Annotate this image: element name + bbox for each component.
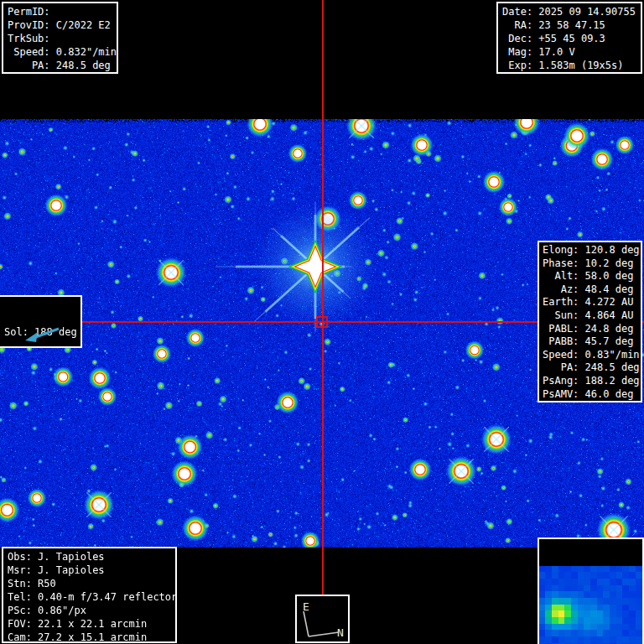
- info-line: Speed: 0.83"/min: [543, 349, 637, 362]
- info-line: PermID:: [8, 5, 112, 18]
- info-line: PSc: 0.86"/px: [8, 604, 171, 617]
- orientation-compass-panel: E N: [295, 595, 350, 643]
- info-line: Msr: J. Tapioles: [8, 564, 171, 577]
- target-zoom-inset-panel[interactable]: [538, 538, 644, 644]
- info-line: Mag: 17.0 V: [502, 45, 636, 59]
- info-line: Exp: 1.583m (19x5s): [502, 59, 636, 72]
- info-line: PA: 248.5 deg: [8, 59, 112, 72]
- object-info-panel: PermID:ProvID: C/2022 E2TrkSub: Speed: 0…: [2, 2, 118, 74]
- info-line: FOV: 22.1 x 22.1 arcmin: [8, 617, 171, 631]
- info-line: Stn: R50: [8, 577, 171, 590]
- info-line: RA: 23 58 47.15: [502, 18, 636, 32]
- info-line: TrkSub:: [8, 32, 112, 45]
- astrometry-app-window: PermID:ProvID: C/2022 E2TrkSub: Speed: 0…: [0, 0, 644, 644]
- info-line: Cam: 27.2 x 15.1 arcmin: [8, 631, 171, 644]
- compass-north-label: N: [337, 626, 344, 640]
- info-line: PABL: 24.8 deg: [543, 323, 637, 336]
- crosshair-vertical-line: [322, 0, 324, 595]
- info-line: Az: 48.4 deg: [543, 283, 637, 297]
- observer-info-panel: Obs: J. TapiolesMsr: J. TapiolesStn: R50…: [2, 547, 177, 643]
- info-line: PA: 248.5 deg: [543, 361, 637, 375]
- target-marker-box: [316, 316, 328, 328]
- info-line: Obs: J. Tapioles: [8, 550, 171, 564]
- info-line: PABB: 45.7 deg: [543, 335, 637, 349]
- sun-direction-arrow-icon: [0, 297, 82, 350]
- exposure-info-panel: Date: 2025 09 14.90755 RA: 23 58 47.15 D…: [496, 2, 642, 74]
- ephemeris-panel: Elong: 120.8 degPhase: 10.2 deg Alt: 58.…: [538, 241, 642, 402]
- info-line: Tel: 0.40-m f/3.47 reflector: [8, 590, 171, 604]
- info-line: PsAng: 188.2 deg: [543, 375, 637, 388]
- target-zoom-inset-image[interactable]: [539, 566, 642, 644]
- info-line: Sun: 4.864 AU: [543, 309, 637, 323]
- info-line: PsAMV: 46.0 deg: [543, 388, 637, 402]
- info-line: Alt: 58.0 deg: [543, 270, 637, 283]
- info-line: Dec: +55 45 09.3: [502, 32, 636, 45]
- sun-direction-panel: Sol: 188 deg: [0, 295, 82, 348]
- info-line: ProvID: C/2022 E2: [8, 18, 112, 32]
- info-line: Phase: 10.2 deg: [543, 257, 637, 271]
- info-line: Elong: 120.8 deg: [543, 244, 637, 257]
- compass-east-label: E: [303, 600, 309, 614]
- info-line: Date: 2025 09 14.90755: [502, 5, 636, 18]
- info-line: Speed: 0.832"/min: [8, 45, 112, 59]
- info-line: Earth: 4.272 AU: [543, 296, 637, 309]
